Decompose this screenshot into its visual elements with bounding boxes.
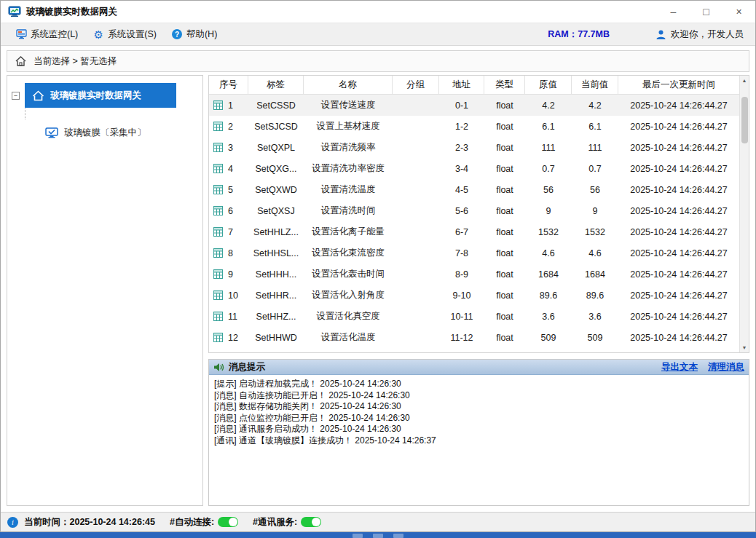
scrollbar-thumb[interactable] bbox=[741, 97, 748, 143]
point-tag-icon bbox=[213, 164, 223, 173]
status-bar: i 当前时间：2025-10-24 14:26:45 #自动连接: #通讯服务: bbox=[1, 512, 755, 531]
table-cell: 0.7 bbox=[572, 158, 618, 179]
message-line: [消息] 自动连接功能已开启！ 2025-10-24 14:26:30 bbox=[214, 390, 744, 402]
message-line: [消息] 数据存储功能关闭！ 2025-10-24 14:26:30 bbox=[214, 401, 744, 413]
table-row[interactable]: 9SetHHH...设置活化轰击时间8-9float168416842025-1… bbox=[209, 264, 739, 285]
tree-node-root[interactable]: 玻璃镀膜实时数据网关 bbox=[25, 83, 176, 108]
table-row[interactable]: 8SetHHSL...设置活化束流密度7-8float4.64.62025-10… bbox=[209, 242, 739, 264]
table-row[interactable]: 10SetHHR...设置活化入射角度9-10float89.689.62025… bbox=[209, 285, 739, 306]
message-line: [消息] 通讯服务启动成功！ 2025-10-24 14:26:30 bbox=[214, 424, 744, 435]
table-row[interactable]: 4SetQXG...设置清洗功率密度3-4float0.70.72025-10-… bbox=[209, 158, 739, 179]
table-cell: 4.6 bbox=[572, 242, 618, 264]
table-cell: 2025-10-24 14:26:44.27 bbox=[618, 137, 739, 158]
column-header[interactable]: 类型 bbox=[484, 76, 525, 94]
table-cell: 设置活化真空度 bbox=[304, 306, 393, 327]
table-cell bbox=[393, 221, 439, 242]
table-cell: 5-6 bbox=[439, 200, 484, 221]
table-cell: 设置活化离子能量 bbox=[304, 221, 393, 242]
table-cell: 2025-10-24 14:26:44.27 bbox=[618, 179, 739, 200]
speaker-icon bbox=[213, 363, 224, 372]
tree-root-label: 玻璃镀膜实时数据网关 bbox=[50, 90, 141, 102]
breadcrumb-text: 当前选择 > 暂无选择 bbox=[34, 55, 117, 68]
column-header[interactable]: 地址 bbox=[439, 76, 484, 94]
menu-item-help[interactable]: ? 帮助(H) bbox=[164, 23, 224, 45]
table-cell: float bbox=[484, 264, 525, 285]
point-tag-icon bbox=[213, 269, 223, 279]
table-cell: 4-5 bbox=[439, 179, 484, 200]
column-header[interactable]: 标签 bbox=[248, 76, 304, 94]
table-row[interactable]: 6SetQXSJ设置清洗时间5-6float992025-10-24 14:26… bbox=[209, 200, 739, 221]
column-header[interactable]: 序号 bbox=[209, 76, 248, 94]
content-area: − 玻璃镀膜实时数据网关 玻璃镀膜〔采集中〕 bbox=[1, 75, 755, 512]
table-row[interactable]: 5SetQXWD设置清洗温度4-5float56562025-10-24 14:… bbox=[209, 179, 739, 200]
point-tag-icon bbox=[213, 312, 223, 321]
table-cell: float bbox=[484, 200, 525, 221]
current-time-text: 当前时间：2025-10-24 14:26:45 bbox=[24, 516, 155, 529]
message-links: 导出文本 清理消息 bbox=[661, 361, 744, 373]
window-title: 玻璃镀膜实时数据网关 bbox=[26, 6, 117, 18]
taskbar-icon[interactable] bbox=[353, 534, 363, 538]
table-row[interactable]: 7SetHHLZ...设置活化离子能量6-7float153215322025-… bbox=[209, 221, 739, 242]
table-scrollbar[interactable]: ▲ ▼ bbox=[739, 76, 749, 352]
menu-item-label: 系统监控(L) bbox=[31, 28, 78, 41]
table-row[interactable]: 11SetHHZ...设置活化真空度10-11float3.63.62025-1… bbox=[209, 306, 739, 327]
auto-connect-toggle[interactable] bbox=[218, 517, 238, 527]
table-cell: float bbox=[484, 221, 525, 242]
home-icon[interactable] bbox=[15, 55, 27, 67]
tree-collapse-icon[interactable]: − bbox=[12, 92, 20, 100]
menu-item-system-monitor[interactable]: 系统监控(L) bbox=[8, 23, 85, 45]
auto-connect-status: #自动连接: bbox=[170, 516, 238, 529]
taskbar-icon[interactable] bbox=[393, 534, 403, 538]
table-cell: 2025-10-24 14:26:44.27 bbox=[618, 327, 739, 348]
point-tag-icon bbox=[213, 185, 223, 194]
menu-item-system-settings[interactable]: ⚙ 系统设置(S) bbox=[85, 23, 164, 45]
table-cell: float bbox=[484, 306, 525, 327]
column-header[interactable]: 名称 bbox=[304, 76, 393, 94]
table-cell: 9 bbox=[209, 264, 248, 285]
table-cell: SetHHZ... bbox=[248, 306, 304, 327]
table-cell: 2025-10-24 14:26:44.27 bbox=[618, 264, 739, 285]
table-body: 1SetCSSD设置传送速度0-1float4.24.22025-10-24 1… bbox=[209, 95, 739, 352]
scroll-down-icon[interactable]: ▼ bbox=[740, 343, 749, 352]
table-cell: 111 bbox=[525, 137, 572, 158]
maximize-button[interactable]: □ bbox=[690, 1, 722, 23]
table-cell: 8 bbox=[209, 242, 248, 264]
tree-child-label: 玻璃镀膜〔采集中〕 bbox=[64, 127, 146, 139]
comm-service-toggle[interactable] bbox=[301, 517, 321, 527]
table-cell: SetQXSJ bbox=[248, 200, 304, 221]
table-row[interactable]: 2SetSJCSD设置上基材速度1-2float6.16.12025-10-24… bbox=[209, 116, 739, 137]
table-cell: SetHHLZ... bbox=[248, 221, 304, 242]
table-row[interactable]: 1SetCSSD设置传送速度0-1float4.24.22025-10-24 1… bbox=[209, 95, 739, 116]
table-cell: SetQXG... bbox=[248, 158, 304, 179]
table-cell: 1532 bbox=[572, 221, 618, 242]
table-cell: float bbox=[484, 285, 525, 306]
minimize-button[interactable]: – bbox=[657, 1, 690, 23]
column-header[interactable]: 原值 bbox=[525, 76, 572, 94]
clear-messages-link[interactable]: 清理消息 bbox=[708, 361, 744, 373]
table-row[interactable]: 12SetHHWD设置活化温度11-12float5095092025-10-2… bbox=[209, 327, 739, 348]
scroll-up-icon[interactable]: ▲ bbox=[740, 76, 749, 85]
taskbar-icon[interactable] bbox=[373, 534, 383, 538]
tree-node-channel[interactable]: 玻璃镀膜〔采集中〕 bbox=[45, 127, 198, 139]
menu-item-label: 系统设置(S) bbox=[108, 28, 157, 41]
table-cell: 11 bbox=[209, 306, 248, 327]
table-row[interactable]: 3SetQXPL设置清洗频率2-3float1111112025-10-24 1… bbox=[209, 137, 739, 158]
table-cell: 10 bbox=[209, 285, 248, 306]
column-header[interactable]: 当前值 bbox=[572, 76, 618, 94]
export-text-link[interactable]: 导出文本 bbox=[661, 361, 698, 373]
table-cell: 56 bbox=[572, 179, 618, 200]
table-cell: 9 bbox=[525, 200, 572, 221]
info-icon: i bbox=[7, 517, 18, 528]
house-icon bbox=[32, 90, 44, 101]
close-button[interactable]: × bbox=[722, 1, 755, 23]
window-controls: – □ × bbox=[657, 1, 755, 23]
table-cell: 4.2 bbox=[525, 95, 572, 116]
table-cell: 89.6 bbox=[572, 285, 618, 306]
table-cell bbox=[393, 137, 439, 158]
message-line: [消息] 点位监控功能已开启！ 2025-10-24 14:26:30 bbox=[214, 413, 744, 424]
table-cell bbox=[393, 285, 439, 306]
column-header[interactable]: 最后一次更新时间 bbox=[618, 76, 739, 94]
welcome-text: 欢迎你，开发人员 bbox=[671, 28, 744, 41]
column-header[interactable]: 分组 bbox=[393, 76, 439, 94]
point-tag-icon bbox=[213, 227, 223, 237]
